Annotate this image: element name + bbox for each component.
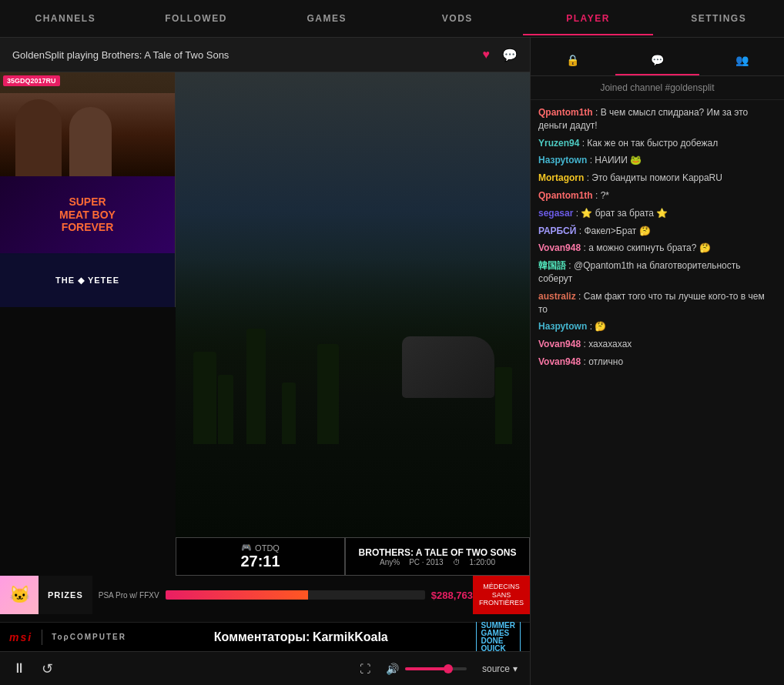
chat-messages-list: Qpantom1th : В чем смысл спидрана? Им за… [531,100,784,685]
chat-message-text: : @Qpantom1th на благотворительность соб… [538,260,740,284]
chat-username[interactable]: Qpantom1th [538,190,593,201]
volume-icon[interactable]: 🔊 [386,663,399,675]
stream-header: GoldenSplit playing Brothers: A Tale of … [0,38,530,72]
hud-meta: Any% PC · 2013 ⏱ 1:20:00 [380,558,495,566]
hud-runner-icon: 🎮 [241,543,252,553]
list-item: Vovan948 : отлично [538,356,776,369]
game-logo-area: SUPER MEAT BOY FOREVER [0,176,175,253]
chat-tab-users[interactable]: 👥 [699,45,784,75]
chat-tab-lock[interactable]: 🔒 [531,45,615,75]
quality-selector[interactable]: source ▾ [482,663,518,674]
chat-message-text: : Это бандиты помоги KappaRU [587,172,722,183]
event-badge: 35GDQ2017RU [3,75,60,86]
rock-formation [402,336,494,398]
chat-username[interactable]: Назруtown [538,321,587,332]
list-item: segasar : ⭐ брат за брата ⭐ [538,207,776,220]
chat-username[interactable]: Mortagorn [538,172,584,183]
nav-player[interactable]: PLAYER [523,2,654,35]
list-item: Назруtown : 🤔 [538,320,776,333]
top-navigation: CHANNELS FOLLOWED GAMES VODS PLAYER SETT… [0,0,784,38]
chat-join-notice: Joined channel #goldensplit [531,76,784,100]
prizes-avatar: 🐱 [0,576,39,614]
list-item: australiz : Сам факт того что ты лучше к… [538,290,776,316]
chat-message-text: : хахахахах [584,339,632,349]
chat-message-text: : отлично [584,356,624,367]
hud-runner-time: 🎮 OTDQ 27:11 [176,537,345,576]
list-item: Qpantom1th : ?* [538,189,776,202]
game-background [176,72,530,537]
chat-username[interactable]: 韓国語 [538,260,566,271]
refresh-button[interactable]: ↺ [42,660,53,677]
chat-message-text: : Факел>Брат 🤔 [579,226,651,236]
chat-username[interactable]: Yruzen94 [538,138,579,149]
prizes-sponsor-text: MÉDECINSSANSFRONTIÈRES [479,583,524,607]
list-item: Qpantom1th : В чем смысл спидрана? Им за… [538,106,776,132]
volume-slider[interactable] [405,667,467,670]
fullscreen-button[interactable]: ⛶ [360,663,370,675]
nav-vods[interactable]: VODS [392,2,523,35]
sponsor-logo: THE ◆ YETEE [0,253,175,307]
list-item: 韓国語 : @Qpantom1th на благотворительность… [538,259,776,286]
hud-estimate: 1:20:00 [470,558,495,566]
heart-icon[interactable]: ♥ [483,48,491,62]
hud-game-info: BROTHERS: A TALE OF TWO SONS Any% PC · 2… [345,537,530,576]
hud-runner-label: 🎮 OTDQ [241,543,280,553]
audience-view [0,72,175,176]
chat-message-text: : а можно скипнуть брата? 🤔 [584,242,711,253]
play-pause-button[interactable]: ⏸ [12,660,26,677]
volume-fill [405,667,445,670]
game-logo: SUPER MEAT BOY FOREVER [59,195,116,234]
video-container: 35GDQ2017RU SUPER MEAT BOY FOREVER THE ◆… [0,72,530,622]
chat-username[interactable]: Vovan948 [538,242,581,253]
prizes-progress-fill [166,590,308,600]
chat-tab-messages[interactable]: 💬 [615,45,700,75]
chat-username[interactable]: Vovan948 [538,356,581,367]
list-item: Vovan948 : хахахахах [538,338,776,351]
camera-overlay: 35GDQ2017RU SUPER MEAT BOY FOREVER THE ◆… [0,72,176,307]
audience-silhouettes [0,93,175,176]
stream-header-icons: ♥ 💬 [483,48,518,62]
nav-channels[interactable]: CHANNELS [0,2,131,35]
chat-message-text: : ?* [595,190,609,201]
chat-message-text: : НАИИИ 🐸 [590,155,642,165]
chat-username[interactable]: Qpantom1th [538,107,593,118]
prizes-bar: 🐱 PRIZES PSA Pro w/ FFXV $288,763 MÉDECI… [0,576,530,614]
sponsor-text: THE ◆ YETEE [55,276,119,286]
chat-icon: 💬 [651,54,664,66]
list-item: РАРБСЙ : Факел>Брат 🤔 [538,225,776,238]
hud-game-title: BROTHERS: A TALE OF TWO SONS [359,547,517,558]
volume-thumb[interactable] [444,664,453,673]
list-item: Vovan948 : а можно скипнуть брата? 🤔 [538,242,776,255]
chat-message-text: : ⭐ брат за брата ⭐ [576,208,668,219]
list-item: Mortagorn : Это бандиты помоги KappaRU [538,172,776,185]
commentators-text: Комментаторы: KarmikKoala [136,630,467,644]
chat-username[interactable]: Vovan948 [538,339,581,349]
nav-followed[interactable]: FOLLOWED [131,2,262,35]
hud-time: 27:11 [240,553,280,570]
prizes-sponsor-logo: MÉDECINSSANSFRONTIÈRES [473,576,530,614]
commentators-bar: msi ToρCOMPUTER Комментаторы: KarmikKoal… [0,622,530,651]
prizes-runner-item: PSA Pro w/ FFXV [99,591,159,600]
msi-divider [42,630,42,645]
chat-bubble-icon[interactable]: 💬 [502,48,518,62]
nav-games[interactable]: GAMES [261,2,392,35]
prizes-progress-area: PSA Pro w/ FFXV [92,576,431,614]
chat-username[interactable]: Назруtown [538,155,587,165]
pc-brand-text: ToρCOMPUTER [52,633,126,641]
video-area: GoldenSplit playing Brothers: A Tale of … [0,38,530,685]
users-icon: 👥 [735,54,749,66]
msi-logo: msi [9,631,32,643]
hud-category: Any% [380,558,400,566]
chat-panel: 🔒 💬 👥 Joined channel #goldensplit Qpanto… [530,38,784,685]
volume-control: 🔊 [386,663,467,675]
chat-username[interactable]: australiz [538,291,576,302]
nav-settings[interactable]: SETTINGS [653,2,784,35]
list-item: Назруtown : НАИИИ 🐸 [538,154,776,167]
stream-title: GoldenSplit playing Brothers: A Tale of … [12,49,483,61]
video-scene: 35GDQ2017RU SUPER MEAT BOY FOREVER THE ◆… [0,72,530,622]
chat-username[interactable]: segasar [538,208,573,219]
chat-message-text: : 🤔 [590,321,607,332]
prizes-label: PRIZES [39,576,92,614]
chat-username[interactable]: РАРБСЙ [538,226,576,236]
chat-tabs: 🔒 💬 👥 [531,38,784,76]
